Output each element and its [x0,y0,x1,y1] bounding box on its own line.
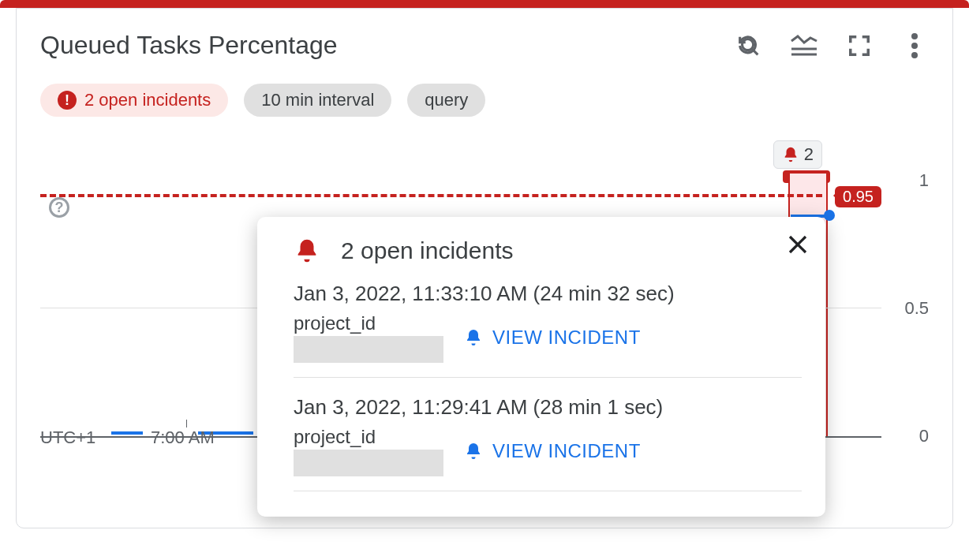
incident-timestamp: Jan 3, 2022, 11:33:10 AM (24 min 32 sec) [294,282,802,306]
redacted-value [294,336,443,363]
alert-badge-icon: ! [58,91,77,110]
y-tick-1: 1 [919,170,929,191]
alert-count-value: 2 [804,144,814,165]
y-tick-0: 0 [919,426,929,446]
bell-icon [294,237,320,264]
svg-point-5 [911,43,918,49]
fullscreen-icon[interactable] [845,32,874,60]
incident-field-label: project_id [294,426,443,448]
popover-header: 2 open incidents [294,237,802,264]
view-incident-label: VIEW INCIDENT [492,440,641,462]
card-header: Queued Tasks Percentage [40,31,929,60]
page-title: Queued Tasks Percentage [40,31,338,60]
svg-point-6 [911,52,918,58]
close-button[interactable] [786,233,810,256]
incident-timestamp: Jan 3, 2022, 11:29:41 AM (28 min 1 sec) [294,395,802,420]
incident-item: Jan 3, 2022, 11:29:41 AM (28 min 1 sec) … [294,395,802,491]
incident-item: Jan 3, 2022, 11:33:10 AM (24 min 32 sec)… [294,282,802,378]
threshold-value-label: 0.95 [835,186,881,207]
help-icon[interactable]: ? [49,197,69,218]
view-incident-link[interactable]: VIEW INCIDENT [464,440,641,462]
x-tick-mark [186,420,187,427]
y-tick-0-5: 0.5 [904,298,929,319]
series-point [824,210,835,221]
alert-top-bar [0,0,969,8]
query-chip[interactable]: query [407,84,485,117]
threshold-line [40,194,822,197]
incidents-chip[interactable]: ! 2 open incidents [40,84,228,117]
series-line [111,431,143,435]
svg-point-4 [911,33,918,39]
header-actions [735,32,929,60]
redacted-value [294,450,443,476]
incident-field-label: project_id [294,312,443,334]
x-tick-7am: 7:00 AM [151,427,215,448]
view-incident-label: VIEW INCIDENT [492,327,641,349]
interval-chip[interactable]: 10 min interval [244,84,391,117]
timezone-label: UTC+1 [40,427,95,448]
legend-toggle-icon[interactable] [790,32,818,60]
alert-count-badge[interactable]: 2 [773,140,822,169]
bell-icon [782,146,799,163]
reset-zoom-icon[interactable] [735,32,763,60]
more-options-icon[interactable] [900,32,929,60]
bell-icon [464,328,483,347]
popover-title: 2 open incidents [341,237,514,264]
svg-point-0 [743,39,754,50]
incidents-popover: 2 open incidents Jan 3, 2022, 11:33:10 A… [257,217,825,517]
chip-row: ! 2 open incidents 10 min interval query [40,84,929,117]
incidents-chip-label: 2 open incidents [84,90,211,110]
view-incident-link[interactable]: VIEW INCIDENT [464,327,641,349]
bell-icon [464,442,483,461]
